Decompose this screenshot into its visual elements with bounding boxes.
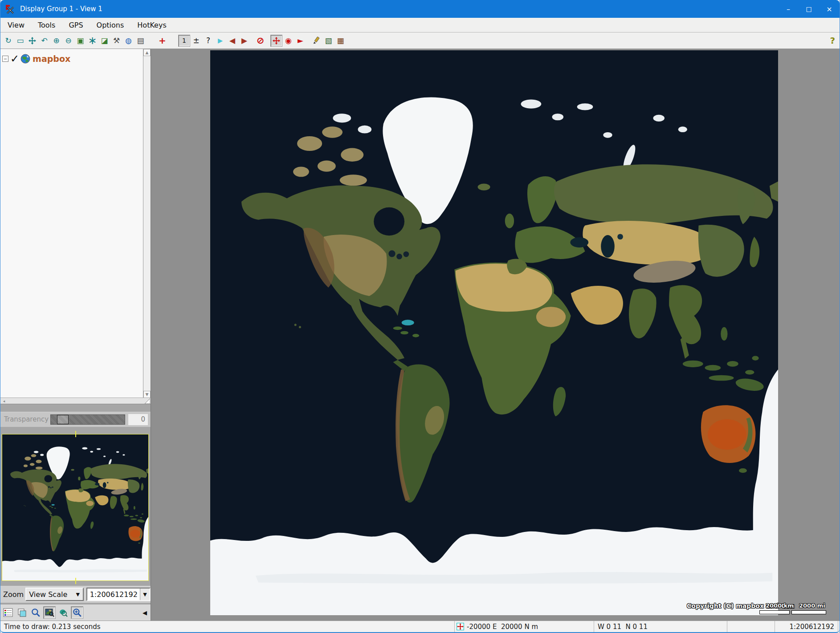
menu-gps[interactable]: GPS — [62, 21, 90, 29]
cursor-position-status: -20000 E 20000 N m — [467, 623, 538, 631]
zoom-in-icon[interactable]: ⊕ — [50, 35, 62, 47]
legend-panel: − ✓ mapbox ▲ ▼ ◂ — [0, 49, 151, 404]
measure-tool-icon[interactable] — [310, 35, 322, 47]
previous-view-icon[interactable]: ↶ — [38, 35, 50, 47]
legend-view-icon[interactable] — [2, 606, 14, 619]
scalebar-km — [759, 610, 790, 614]
sidebar: − ✓ mapbox ▲ ▼ ◂ — [0, 49, 151, 621]
zoom-box-tool-icon[interactable]: ◉ — [282, 35, 294, 47]
legend-horizontal-scrollbar[interactable]: ◂ — [0, 398, 151, 404]
world-map-image[interactable] — [210, 50, 778, 615]
status-bar: Time to draw: 0.213 seconds -20000 E 200… — [0, 621, 840, 633]
scale-dropdown[interactable]: 1:200612192 ▼ — [86, 588, 151, 601]
scroll-up-icon[interactable]: ▲ — [143, 49, 151, 56]
menu-view[interactable]: View — [0, 21, 31, 29]
redraw-icon[interactable]: ↻ — [2, 35, 14, 47]
pan-tool-button[interactable] — [270, 35, 282, 47]
zoom-mode-value: View Scale — [26, 590, 73, 599]
legend-vertical-scrollbar[interactable]: ▲ ▼ — [143, 49, 151, 398]
latlon-status: W 0 11 N 0 11 — [598, 623, 648, 631]
position-crosshair-icon[interactable] — [457, 623, 464, 630]
scale-status: 1:200612192 — [790, 623, 835, 631]
main-toolbar: ↻ ▭ ↶ ⊕ ⊖ ▣ ∗ ◪ ⚒ ◍ ▤ + 1 ± ? ▸ ◀ ▶ ⊘ ◉ … — [0, 32, 840, 49]
help-icon[interactable]: ? — [830, 32, 835, 49]
app-icon — [5, 4, 16, 14]
transparency-control: Transparency 0 — [0, 412, 151, 427]
overview-map[interactable] — [2, 434, 149, 581]
window-title: Display Group 1 - View 1 — [20, 5, 102, 13]
raster-tool-icon[interactable]: ▦ — [334, 35, 347, 47]
zoom-extents-icon[interactable] — [26, 35, 38, 47]
globe-layer-icon — [20, 54, 30, 64]
geotoolbox-globe-icon[interactable]: ◍ — [122, 35, 135, 47]
scale-value: 1:200612192 — [87, 590, 140, 599]
zoom-1x-icon[interactable]: ∗ — [86, 35, 98, 47]
menu-options[interactable]: Options — [90, 21, 131, 29]
resize-corner-icon[interactable] — [145, 398, 150, 404]
collapse-panel-icon[interactable]: ◀ — [143, 609, 147, 616]
zoom-controls: Zoom View Scale ▼ 1:200612192 ▼ — [0, 586, 151, 603]
pointer-tool-icon[interactable]: ▸ — [214, 35, 226, 47]
scroll-left-icon[interactable]: ◂ — [1, 398, 7, 404]
full-view-icon[interactable]: ▭ — [14, 35, 26, 47]
app-window: Display Group 1 - View 1 – □ × View Tool… — [0, 0, 840, 633]
scalebar-mi-label: 2000 mi — [799, 602, 825, 609]
status-spacer — [727, 621, 775, 632]
draw-time-status: Time to draw: 0.213 seconds — [4, 623, 100, 631]
zoom-label: Zoom — [3, 590, 24, 599]
overview-center-tick-bottom — [75, 578, 76, 584]
single-click-tool-button[interactable]: 1 — [178, 35, 190, 47]
world-map[interactable] — [210, 50, 778, 615]
menu-hotkeys[interactable]: HotKeys — [130, 21, 173, 29]
map-viewport[interactable]: Copyright (C) mapbox and Con 2000 km 200… — [151, 49, 840, 621]
view-mini-toolbar: ◀ — [0, 605, 151, 621]
title-bar[interactable]: Display Group 1 - View 1 – □ × — [0, 0, 840, 18]
magnifier-icon[interactable] — [29, 606, 42, 619]
zoom-mode-dropdown[interactable]: View Scale ▼ — [25, 588, 84, 601]
menu-tools[interactable]: Tools — [31, 21, 62, 29]
next-element-icon[interactable]: ▶ — [238, 35, 250, 47]
add-element-icon[interactable]: + — [156, 35, 168, 47]
transparency-value[interactable]: 0 — [128, 414, 148, 425]
layer-name-label[interactable]: mapbox — [33, 54, 70, 64]
no-tool-icon[interactable]: ⊘ — [254, 35, 266, 47]
scalebar-km-label: 2000 km — [766, 602, 794, 609]
maximize-button[interactable]: □ — [799, 0, 819, 18]
overview-position-icon[interactable] — [43, 606, 56, 619]
overview-map-image[interactable] — [2, 434, 148, 580]
previous-element-icon[interactable]: ◀ — [226, 35, 238, 47]
scroll-down-icon[interactable]: ▼ — [143, 391, 151, 398]
menu-bar: View Tools GPS Options HotKeys — [0, 18, 840, 32]
snapshot-icon[interactable]: ▤ — [135, 35, 147, 47]
chevron-down-icon[interactable]: ▼ — [73, 588, 83, 600]
tools-icon[interactable]: ⚒ — [110, 35, 122, 47]
locator-zoom-icon[interactable] — [57, 606, 69, 619]
layer-manager-icon[interactable] — [16, 606, 28, 619]
whats-this-tool-icon[interactable]: ? — [202, 35, 214, 47]
overview-center-tick-top — [75, 431, 76, 437]
layer-row[interactable]: − ✓ mapbox — [2, 53, 70, 64]
zoom-full-icon[interactable]: ▣ — [74, 35, 86, 47]
zoom-out-icon[interactable]: ⊖ — [62, 35, 74, 47]
status-end — [838, 621, 840, 632]
profile-tool-icon[interactable]: ▧ — [322, 35, 334, 47]
transparency-slider-thumb[interactable] — [57, 415, 69, 424]
zoom-plus-icon[interactable] — [71, 606, 83, 619]
plus-minus-tool-icon[interactable]: ± — [190, 35, 202, 47]
chevron-down-icon[interactable]: ▼ — [140, 588, 150, 600]
transparency-label: Transparency — [4, 415, 49, 423]
layer-select-icon[interactable]: ◪ — [98, 35, 110, 47]
layer-visibility-checkbox[interactable]: ✓ — [10, 53, 19, 64]
close-button[interactable]: × — [819, 0, 840, 18]
scalebar-mi — [791, 610, 826, 614]
collapse-expand-icon[interactable]: − — [2, 56, 8, 62]
main-area: − ✓ mapbox ▲ ▼ ◂ — [0, 49, 840, 621]
transparency-slider[interactable] — [50, 414, 125, 425]
select-pointer-tool-icon[interactable]: ► — [294, 35, 306, 47]
minimize-button[interactable]: – — [778, 0, 799, 18]
